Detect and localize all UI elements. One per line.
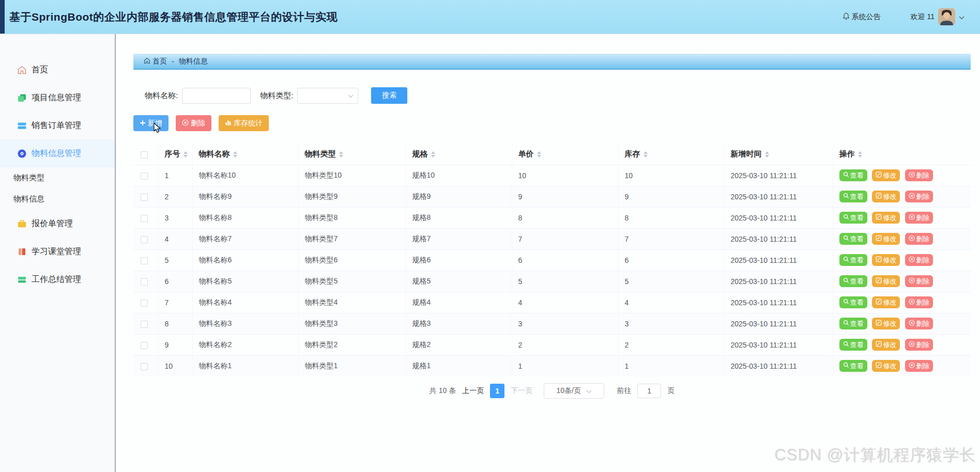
- view-button[interactable]: 查看: [839, 360, 867, 372]
- sort-icon[interactable]: [644, 151, 648, 158]
- row-checkbox[interactable]: [141, 236, 148, 243]
- edit-button[interactable]: 修改: [872, 275, 900, 287]
- view-button[interactable]: 查看: [839, 318, 867, 329]
- sidebar-item-label: 销售订单管理: [32, 120, 81, 131]
- row-delete-button[interactable]: 删除: [905, 360, 933, 372]
- sidebar-item-label: 报价单管理: [32, 218, 73, 229]
- edit-button[interactable]: 修改: [872, 233, 900, 245]
- delete-button[interactable]: 删除: [176, 115, 211, 131]
- row-delete-button[interactable]: 删除: [905, 233, 933, 245]
- page-size-select[interactable]: 10条/页: [544, 383, 604, 399]
- edit-button[interactable]: 修改: [872, 169, 900, 181]
- sort-icon[interactable]: [233, 151, 237, 158]
- breadcrumb-home-link[interactable]: 首页: [144, 57, 167, 66]
- table-header-cell[interactable]: 库存: [618, 144, 724, 165]
- material-type-label: 物料类型:: [260, 91, 293, 101]
- row-delete-button[interactable]: 删除: [905, 318, 933, 329]
- user-menu[interactable]: 欢迎 11: [911, 8, 964, 25]
- system-notice-link[interactable]: 系统公告: [843, 12, 881, 22]
- table-header-cell[interactable]: 新增时间: [724, 144, 833, 165]
- edit-button[interactable]: 修改: [872, 212, 900, 224]
- goto-page-input[interactable]: [637, 384, 661, 398]
- material-name-input[interactable]: [182, 88, 251, 104]
- row-checkbox[interactable]: [141, 172, 148, 180]
- table-row: 10 物料名称1 物料类型1 规格1 1 1 2025-03-10 11:21:…: [133, 355, 971, 376]
- row-checkbox[interactable]: [141, 215, 148, 222]
- row-delete-button[interactable]: 删除: [905, 275, 933, 287]
- pagination-next[interactable]: 下一页: [511, 386, 532, 396]
- sort-icon[interactable]: [431, 151, 435, 158]
- sidebar-item-sales-order[interactable]: 销售订单管理: [0, 112, 115, 139]
- row-delete-button[interactable]: 删除: [905, 191, 933, 202]
- cell-stock: 1: [618, 355, 724, 376]
- cell-price: 1: [512, 355, 618, 376]
- row-delete-button[interactable]: 删除: [905, 169, 933, 181]
- sidebar-item-summary[interactable]: 工作总结管理: [0, 265, 115, 293]
- pagination-prev[interactable]: 上一页: [462, 386, 484, 396]
- search-button[interactable]: 搜索: [371, 87, 407, 104]
- row-checkbox[interactable]: [141, 278, 148, 286]
- row-checkbox[interactable]: [141, 194, 148, 201]
- row-checkbox[interactable]: [141, 257, 148, 264]
- row-delete-button[interactable]: 删除: [905, 254, 933, 266]
- sort-icon[interactable]: [183, 151, 188, 158]
- sort-icon[interactable]: [858, 151, 862, 158]
- cell-stock: 9: [618, 186, 724, 207]
- edit-button[interactable]: 修改: [872, 339, 900, 351]
- row-delete-button[interactable]: 删除: [905, 212, 933, 224]
- sort-icon[interactable]: [537, 151, 541, 158]
- view-button[interactable]: 查看: [839, 212, 867, 224]
- sidebar-item-project[interactable]: 项目信息管理: [0, 84, 115, 112]
- sidebar-item-quotation[interactable]: 报价单管理: [0, 210, 115, 238]
- sidebar-subitem-label: 物料类型: [13, 173, 44, 183]
- row-delete-button[interactable]: 删除: [905, 296, 933, 308]
- goto-label: 前往: [617, 386, 631, 396]
- sidebar-item-label: 首页: [32, 65, 48, 75]
- edit-button[interactable]: 修改: [872, 360, 900, 372]
- quotation-icon: [17, 219, 27, 229]
- view-button[interactable]: 查看: [839, 296, 867, 308]
- sort-icon[interactable]: [339, 151, 343, 158]
- row-checkbox[interactable]: [141, 363, 148, 370]
- sort-icon[interactable]: [765, 151, 769, 158]
- material-type-select[interactable]: [297, 88, 358, 104]
- view-button[interactable]: 查看: [839, 191, 867, 202]
- table-header-cell[interactable]: 序号: [158, 144, 192, 165]
- mouse-cursor: [154, 122, 162, 136]
- select-all-checkbox[interactable]: [141, 151, 148, 159]
- sidebar-item-home[interactable]: 首页: [0, 56, 115, 84]
- row-checkbox[interactable]: [141, 321, 148, 328]
- view-button[interactable]: 查看: [839, 339, 867, 351]
- table-header-cell[interactable]: 物料名称: [192, 144, 298, 165]
- table-header-cell[interactable]: 规格: [406, 144, 512, 165]
- sidebar-item-label: 工作总结管理: [32, 274, 81, 285]
- view-button[interactable]: 查看: [839, 275, 867, 287]
- table-header-cell[interactable]: 操作: [833, 144, 971, 165]
- sidebar-item-learning[interactable]: 学习课堂管理: [0, 238, 115, 265]
- goto-unit: 页: [667, 386, 675, 396]
- avatar[interactable]: [938, 8, 955, 25]
- pagination-page-1[interactable]: 1: [490, 384, 504, 398]
- cell-no: 8: [158, 313, 192, 334]
- table-header-cell[interactable]: 物料类型: [298, 144, 406, 165]
- view-button[interactable]: 查看: [839, 233, 867, 245]
- edit-button[interactable]: 修改: [872, 254, 900, 266]
- stock-stats-button[interactable]: 库存统计: [219, 115, 269, 131]
- sidebar-subitem-material-type[interactable]: 物料类型: [0, 167, 115, 188]
- cell-spec: 规格8: [406, 207, 512, 228]
- edit-button[interactable]: 修改: [872, 296, 900, 308]
- view-button[interactable]: 查看: [839, 254, 867, 266]
- sidebar-subitem-material-info[interactable]: 物料信息: [0, 188, 115, 210]
- chevron-down-icon: [586, 387, 592, 395]
- edit-button[interactable]: 修改: [872, 318, 900, 329]
- view-button[interactable]: 查看: [839, 169, 867, 181]
- edit-button[interactable]: 修改: [872, 191, 900, 202]
- row-delete-button[interactable]: 删除: [905, 339, 933, 351]
- row-checkbox[interactable]: [141, 300, 148, 307]
- add-button[interactable]: 新增: [133, 115, 169, 131]
- sidebar-item-material[interactable]: 物料信息管理: [0, 139, 115, 167]
- row-checkbox[interactable]: [141, 342, 148, 349]
- table-header-cell[interactable]: 单价: [512, 144, 618, 165]
- plus-icon: [140, 119, 146, 128]
- circle-x-icon: [182, 119, 189, 128]
